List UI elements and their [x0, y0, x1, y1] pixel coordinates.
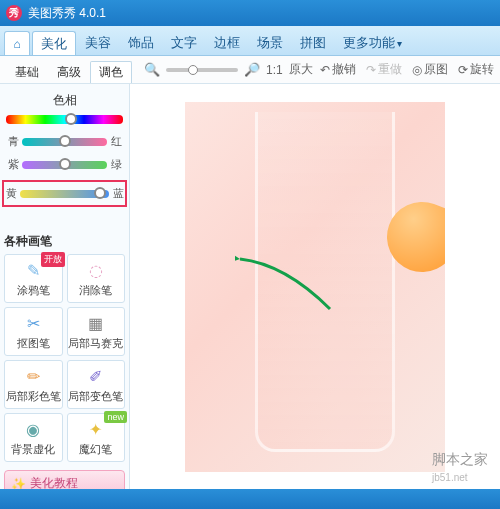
brush-tool-2[interactable]: ✂抠图笔 [4, 307, 63, 356]
slider-label-left: 青 [6, 134, 20, 149]
sidebar: 色相 青红紫绿黄蓝 各种画笔 ✎涂鸦笔开放◌消除笔✂抠图笔▦局部马赛克✏局部彩色… [0, 84, 130, 489]
main-tab-5[interactable]: 场景 [249, 31, 291, 55]
color-slider-panel: 色相 青红紫绿黄蓝 [4, 88, 125, 219]
brush-section: 各种画笔 ✎涂鸦笔开放◌消除笔✂抠图笔▦局部马赛克✏局部彩色笔✐局部变色笔◉背景… [4, 229, 125, 462]
brush-label: 消除笔 [79, 283, 112, 298]
main-tab-3[interactable]: 文字 [163, 31, 205, 55]
main-tabs: ⌂ 美化美容饰品文字边框场景拼图更多功能▾ [0, 26, 500, 56]
brush-tool-5[interactable]: ✐局部变色笔 [67, 360, 126, 409]
watermark: 脚本之家 jb51.net [432, 451, 488, 485]
slider-label-left: 黄 [4, 186, 18, 201]
brush-icon: ✂ [19, 312, 47, 334]
brush-label: 魔幻笔 [79, 442, 112, 457]
redo-button[interactable]: ↷ 重做 [366, 61, 402, 78]
edited-image [185, 102, 445, 472]
zoom-mode[interactable]: 原大 [289, 61, 313, 78]
sub-tabs: 基础高级调色 [6, 56, 132, 83]
slider-label-right: 绿 [109, 157, 123, 172]
app-title: 美图秀秀 4.0.1 [28, 5, 106, 22]
sub-tab-1[interactable]: 高级 [48, 61, 90, 83]
brush-icon: ✏ [19, 365, 47, 387]
slider-label-left: 紫 [6, 157, 20, 172]
app-logo-icon: 秀 [6, 5, 22, 21]
color-slider[interactable] [22, 161, 107, 169]
zoom-controls: 🔍 🔎 1:1 原大 [144, 61, 313, 78]
main-tab-2[interactable]: 饰品 [120, 31, 162, 55]
zoom-out-icon[interactable]: 🔍 [144, 62, 160, 77]
slider-thumb[interactable] [94, 187, 106, 199]
original-button[interactable]: ◎ 原图 [412, 61, 448, 78]
brush-icon: ◉ [19, 418, 47, 440]
hue-slider[interactable] [6, 115, 123, 124]
brush-tool-6[interactable]: ◉背景虚化 [4, 413, 63, 462]
main-tab-4[interactable]: 边框 [206, 31, 248, 55]
brush-tool-1[interactable]: ◌消除笔 [67, 254, 126, 303]
zoom-in-icon[interactable]: 🔎 [244, 62, 260, 77]
color-slider-row-0: 青红 [6, 134, 123, 149]
brush-label: 抠图笔 [17, 336, 50, 351]
brush-icon: ▦ [82, 312, 110, 334]
sub-toolbar: 基础高级调色 🔍 🔎 1:1 原大 ↶ 撤销 ↷ 重做 ◎ 原图 ⟳ 旋转 [0, 56, 500, 84]
brush-label: 涂鸦笔 [17, 283, 50, 298]
brush-tool-3[interactable]: ▦局部马赛克 [67, 307, 126, 356]
canvas-area[interactable] [130, 84, 500, 489]
work-area: 色相 青红紫绿黄蓝 各种画笔 ✎涂鸦笔开放◌消除笔✂抠图笔▦局部马赛克✏局部彩色… [0, 84, 500, 489]
glass-shape [255, 112, 395, 452]
main-tab-1[interactable]: 美容 [77, 31, 119, 55]
color-slider[interactable] [22, 138, 107, 146]
sub-tab-2[interactable]: 调色 [90, 61, 132, 83]
color-slider-row-1: 紫绿 [6, 157, 123, 172]
slider-label-right: 蓝 [111, 186, 125, 201]
hue-title: 色相 [6, 92, 123, 109]
zoom-slider[interactable] [166, 68, 238, 72]
zoom-ratio[interactable]: 1:1 [266, 63, 283, 77]
wand-icon: ✨ [11, 477, 26, 490]
title-bar: 秀 美图秀秀 4.0.1 [0, 0, 500, 26]
brush-tool-4[interactable]: ✏局部彩色笔 [4, 360, 63, 409]
brush-icon: ◌ [82, 259, 110, 281]
color-slider-row-2: 黄蓝 [2, 180, 127, 207]
main-tab-0[interactable]: 美化 [32, 31, 76, 55]
status-bar [0, 489, 500, 509]
slider-thumb[interactable] [59, 135, 71, 147]
brush-label: 背景虚化 [11, 442, 55, 457]
chevron-down-icon: ▾ [397, 38, 402, 49]
color-slider[interactable] [20, 190, 109, 198]
toolbar-right: ↶ 撤销 ↷ 重做 ◎ 原图 ⟳ 旋转 [320, 61, 494, 78]
brush-tool-7[interactable]: ✦魔幻笔new [67, 413, 126, 462]
brush-icon: ✐ [82, 365, 110, 387]
tutorial-button[interactable]: ✨ 美化教程 [4, 470, 125, 489]
slider-thumb[interactable] [59, 158, 71, 170]
undo-button[interactable]: ↶ 撤销 [320, 61, 356, 78]
badge: 开放 [41, 252, 65, 267]
brush-label: 局部马赛克 [68, 336, 123, 351]
badge: new [104, 411, 127, 423]
main-tab-7[interactable]: 更多功能▾ [335, 31, 410, 55]
slider-label-right: 红 [109, 134, 123, 149]
brush-section-title: 各种画笔 [4, 229, 125, 254]
main-tab-6[interactable]: 拼图 [292, 31, 334, 55]
brush-label: 局部彩色笔 [6, 389, 61, 404]
sub-tab-0[interactable]: 基础 [6, 61, 48, 83]
rotate-button[interactable]: ⟳ 旋转 [458, 61, 494, 78]
brush-tool-0[interactable]: ✎涂鸦笔开放 [4, 254, 63, 303]
home-icon[interactable]: ⌂ [4, 31, 30, 55]
brush-label: 局部变色笔 [68, 389, 123, 404]
